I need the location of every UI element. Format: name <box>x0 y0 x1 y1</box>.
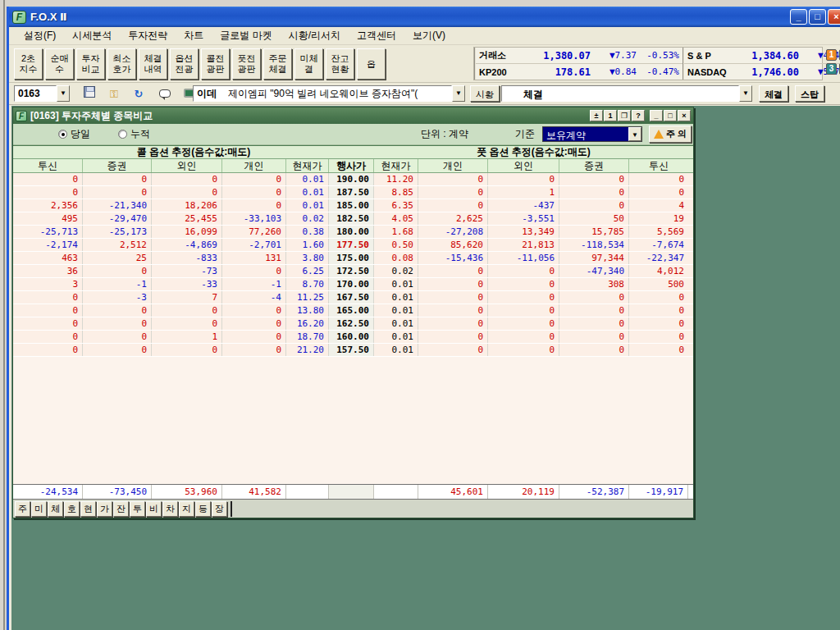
feed-combo[interactable]: 체결 ▼ <box>501 85 752 102</box>
table-row[interactable]: 000016.20162.500.010000 <box>13 317 693 331</box>
table-row[interactable]: 360-7306.25172.500.0200-47,3404,012 <box>13 265 693 278</box>
panel-maximize-button[interactable]: □ <box>664 110 677 121</box>
panel-tab-등[interactable]: 등 <box>195 501 211 517</box>
menu-item[interactable]: 글로벌 마켓 <box>212 26 280 45</box>
chevron-down-icon[interactable]: ▼ <box>628 127 641 141</box>
panel-tab-차[interactable]: 차 <box>162 501 178 517</box>
column-header[interactable]: 행사가 <box>329 159 374 172</box>
table-cell: 1.68 <box>374 226 418 238</box>
table-cell: 0.01 <box>374 291 418 304</box>
table-row[interactable]: 00000.01187.508.850100 <box>13 186 693 199</box>
table-cell: 0 <box>13 344 83 356</box>
table-cell: -1 <box>222 278 286 290</box>
column-header[interactable]: 투신 <box>13 159 83 172</box>
table-row[interactable]: 001018.70160.000.010000 <box>13 331 693 344</box>
chevron-down-icon[interactable]: ▼ <box>57 85 70 102</box>
help-button[interactable]: ? <box>632 110 645 121</box>
slot-1-button[interactable]: 1 <box>604 110 617 121</box>
chegyul-button[interactable]: 체결 <box>759 85 788 102</box>
table-row[interactable]: -25,713-25,17316,09977,2600.38180.001.68… <box>13 226 693 239</box>
column-header[interactable]: 개인 <box>222 159 286 172</box>
table-row[interactable]: 000013.80165.000.010000 <box>13 304 693 317</box>
chevron-down-icon[interactable]: ▼ <box>452 85 465 102</box>
panel-tab-가[interactable]: 가 <box>97 501 112 517</box>
screen-code-input[interactable]: 0163 <box>14 85 57 102</box>
panel-tab-지[interactable]: 지 <box>179 501 194 517</box>
toolbar-button[interactable]: 주문체결 <box>263 48 292 80</box>
panel-tab-주[interactable]: 주 <box>15 501 30 517</box>
toolbar-button[interactable]: 콜전광판 <box>201 48 230 80</box>
panel-tab-현[interactable]: 현 <box>80 501 96 517</box>
menu-item[interactable]: 시세분석 <box>64 26 120 45</box>
cascade-button[interactable]: ❐ <box>618 110 631 121</box>
toolbar-button[interactable]: 풋전광판 <box>232 48 261 80</box>
radio-daily[interactable]: 당일 <box>58 127 90 141</box>
minimize-button[interactable]: _ <box>790 9 807 25</box>
column-header[interactable]: 외인 <box>152 159 222 172</box>
panel-tab-투[interactable]: 투 <box>130 501 145 517</box>
toolbar-button[interactable]: 2초지수 <box>14 48 43 80</box>
toolbar-button[interactable]: 투자비교 <box>76 48 105 80</box>
stop-button[interactable]: 스탑 <box>795 85 824 102</box>
table-row[interactable]: 00000.01190.0011.200000 <box>13 173 693 186</box>
table-row[interactable]: 000021.20157.500.010000 <box>13 344 693 357</box>
panel-tab-체[interactable]: 체 <box>48 501 63 517</box>
panel-close-button[interactable]: × <box>678 110 691 121</box>
panel-tab-장[interactable]: 장 <box>212 501 227 517</box>
column-header[interactable]: 증권 <box>559 159 629 172</box>
menu-item[interactable]: 보기(V) <box>404 26 454 45</box>
panel-tab-호[interactable]: 호 <box>64 501 80 517</box>
table-row[interactable]: 2,356-21,34018,20600.01185.006.350-43704 <box>13 199 693 212</box>
panel-tab-비[interactable]: 비 <box>146 501 162 517</box>
table-row[interactable]: -2,1742,512-4,869-2,7011.60177.500.5085,… <box>13 239 693 252</box>
panel-minimize-button[interactable]: _ <box>650 110 663 121</box>
column-header[interactable]: 현재가 <box>374 159 418 172</box>
column-header[interactable]: 개인 <box>418 159 488 172</box>
column-header[interactable]: 외인 <box>488 159 559 172</box>
menu-item[interactable]: 설정(F) <box>16 26 64 45</box>
radio-unchecked-icon[interactable] <box>118 130 127 139</box>
screen-code-combo[interactable]: 0163 ▼ <box>14 85 70 102</box>
table-row[interactable]: 0-37-411.25167.500.010000 <box>13 291 693 304</box>
toolbar-button[interactable]: 미체결 <box>294 48 323 80</box>
toolbar-button[interactable]: 옵 <box>357 48 386 80</box>
toolbar-button[interactable]: 최소호가 <box>107 48 136 80</box>
radio-daily-label: 당일 <box>71 127 90 141</box>
table-cell: 0 <box>418 278 488 290</box>
refresh-icon[interactable]: ↻ <box>130 86 147 101</box>
message-bubble-icon[interactable] <box>157 86 173 101</box>
column-header[interactable]: 증권 <box>83 159 152 172</box>
basis-combo[interactable]: 보유계약 ▼ <box>542 126 642 142</box>
quick-slot-3[interactable]: 3 <box>826 63 837 75</box>
radio-cumulative[interactable]: 누적 <box>118 127 150 141</box>
toolbar-button[interactable]: 잔고현황 <box>326 48 354 80</box>
sihwang-button[interactable]: 시황 <box>470 85 500 102</box>
panel-tab-잔[interactable]: 잔 <box>113 501 129 517</box>
news-headline[interactable]: 제이엠피 "90억 빌려 네오웨이브 증자참여"( <box>228 87 418 101</box>
menu-item[interactable]: 투자전략 <box>120 26 176 45</box>
close-button[interactable]: × <box>828 9 840 25</box>
warning-button[interactable]: 주 의 <box>649 126 692 143</box>
toolbar-button[interactable]: 옵션전광 <box>170 48 199 80</box>
menu-item[interactable]: 고객센터 <box>349 26 404 45</box>
menu-item[interactable]: 차트 <box>176 26 212 45</box>
chevron-down-icon[interactable]: ▼ <box>739 85 752 102</box>
table-row[interactable]: 495-29,47025,455-33,1030.02182.504.052,6… <box>13 212 693 226</box>
quick-slot-1[interactable]: 1 <box>826 49 837 61</box>
menu-item[interactable]: 시황/리서치 <box>281 26 349 45</box>
column-header[interactable]: 현재가 <box>286 159 329 172</box>
maximize-button[interactable]: □ <box>809 9 826 25</box>
rollup-button[interactable]: ± <box>590 110 603 121</box>
radio-checked-icon[interactable] <box>58 130 67 139</box>
app-titlebar[interactable]: F F.O.X Ⅱ _ □ × <box>9 7 840 27</box>
key-icon[interactable]: ⚿ <box>106 86 122 101</box>
table-row[interactable]: 3-1-33-18.70170.000.0100308500 <box>13 278 693 291</box>
table-row[interactable]: 46325-8331313.80175.000.08-15,436-11,056… <box>13 252 693 265</box>
panel-tab-미[interactable]: 미 <box>31 501 47 517</box>
panel-titlebar[interactable]: F [0163] 투자주체별 종목비교 ±1❐?_□× <box>13 107 693 124</box>
save-icon[interactable] <box>81 86 98 101</box>
toolbar-button[interactable]: 체결내역 <box>139 48 167 80</box>
toolbar-button[interactable]: 순매수 <box>45 48 74 80</box>
news-ticker-combo[interactable]: 이데 제이엠피 "90억 빌려 네오웨이브 증자참여"( ▼ <box>193 85 465 102</box>
column-header[interactable]: 투신 <box>629 159 688 172</box>
